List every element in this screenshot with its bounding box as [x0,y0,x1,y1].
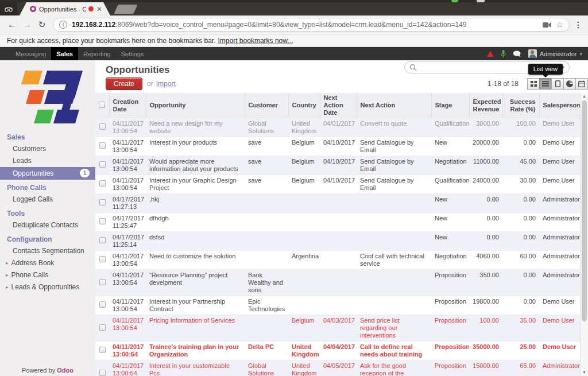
row-checkbox[interactable] [95,251,109,270]
sidebar-item-leads[interactable]: Leads [0,155,95,167]
cell-customer[interactable]: Global Solutions [245,361,288,376]
table-row[interactable]: 04/11/2017 13:00:54Trainee's training pl… [95,342,580,361]
cell-stage[interactable]: Proposition [431,296,469,315]
column-header-creation-date[interactable]: Creation Date [109,93,146,118]
cell-customer[interactable]: Bank Wealthy and sons [245,270,288,296]
cell-next-date[interactable] [320,213,357,232]
cell-country[interactable]: Belgium [288,156,320,175]
cell-stage[interactable]: New [431,194,469,213]
cell-stage[interactable]: New [431,232,469,251]
cell-success[interactable]: 0.00 [502,194,539,213]
table-row[interactable]: 04/11/2017 13:00:54Interest in your Part… [95,296,580,315]
table-row[interactable]: 04/17/2017 11:27:13,hkjNew0.000.00Admini… [95,194,580,213]
cell-date[interactable]: 04/11/2017 13:00:54 [109,270,146,296]
cell-stage[interactable]: Proposition [431,361,469,376]
table-row[interactable]: 04/11/2017 13:00:54“Resource Planning” p… [95,270,580,296]
reload-button[interactable]: ↻ [34,20,49,30]
cell-customer[interactable] [245,315,288,342]
cell-date[interactable]: 04/11/2017 13:00:54 [109,315,146,342]
cell-date[interactable]: 04/11/2017 13:00:54 [109,251,146,270]
cell-salesperson[interactable]: Administrator [539,270,580,296]
cell-customer[interactable] [245,213,288,232]
cell-revenue[interactable]: 0.00 [469,194,502,213]
cell-stage[interactable]: Qualification [431,118,469,137]
cell-next-date[interactable]: 04/03/2017 [320,315,357,342]
cell-next-date[interactable]: 04/10/2017 [320,137,357,156]
cell-next-action[interactable]: Call to define real needs about training [357,342,431,361]
cell-success[interactable]: 45.00 [502,156,539,175]
cell-revenue[interactable]: 100.00 [469,315,502,342]
cell-success[interactable]: 0.00 [502,270,539,296]
cell-opportunity[interactable]: Interest in your products [146,137,245,156]
table-row[interactable]: 04/11/2017 13:00:54Need a new design for… [95,118,580,137]
cell-date[interactable]: 04/17/2017 11:25:14 [109,232,146,251]
cell-date[interactable]: 04/17/2017 11:27:13 [109,194,146,213]
create-button[interactable]: Create [106,77,142,90]
bookmark-star-icon[interactable]: ☆ [556,21,563,29]
nav-item-settings[interactable]: Settings [116,47,149,60]
cell-next-action[interactable] [357,270,431,296]
cell-revenue[interactable]: 24000.00 [469,175,502,194]
cell-country[interactable]: United Kingdom [288,361,320,376]
new-tab-button[interactable] [114,5,137,14]
cell-salesperson[interactable]: Demo User [539,296,580,315]
column-header-country[interactable]: Country [288,93,320,118]
cell-customer[interactable]: save [245,175,288,194]
cell-next-date[interactable] [320,232,357,251]
checkbox-icon[interactable] [99,347,106,353]
row-checkbox[interactable] [95,194,109,213]
row-checkbox[interactable] [95,137,109,156]
cell-next-action[interactable]: Send price list regarding our interventi… [357,315,431,342]
cell-country[interactable]: United Kingdom [288,118,320,137]
cell-country[interactable]: United Kingdom [288,342,320,361]
row-checkbox[interactable] [95,342,109,361]
cell-next-action[interactable]: Send Catalogue by Email [357,137,431,156]
nav-item-messaging[interactable]: Messaging [10,47,51,60]
checkbox-icon[interactable] [99,301,106,308]
nav-item-sales[interactable]: Sales [51,47,78,60]
checkbox-icon[interactable] [99,237,106,243]
cell-next-action[interactable]: Send Catalogue by Email [357,175,431,194]
row-checkbox[interactable] [95,315,109,342]
cell-next-date[interactable]: 04/04/2017 [320,342,357,361]
cell-salesperson[interactable]: Administrator [539,194,580,213]
cell-revenue[interactable]: 35000.00 [469,342,502,361]
cell-success[interactable]: 65.00 [502,361,539,376]
cell-country[interactable]: Belgium [288,175,320,194]
cell-next-action[interactable]: Send Catalogue by Email [357,156,431,175]
column-header-expected-revenue[interactable]: Expected Revenue [469,93,502,118]
cell-country[interactable] [288,213,320,232]
column-header-stage[interactable]: Stage [431,93,469,118]
cell-next-date[interactable]: 04/05/2017 [320,361,357,376]
checkbox-icon[interactable] [99,279,106,285]
cell-opportunity[interactable]: Interest in your Partnership Contract [146,296,245,315]
cell-salesperson[interactable]: Administrator [539,251,580,270]
cell-revenue[interactable]: 19800.00 [469,296,502,315]
cell-salesperson[interactable]: Demo User [539,156,580,175]
cell-opportunity[interactable]: dfhdgh [146,213,245,232]
cell-opportunity[interactable]: Interest in your customizable Pcs [146,361,245,376]
media-camera-icon[interactable] [543,22,551,28]
cell-opportunity[interactable]: “Resource Planning” project develpment [146,270,245,296]
cell-date[interactable]: 04/11/2017 13:00:54 [109,156,146,175]
import-bookmarks-link[interactable]: Import bookmarks now... [218,37,293,45]
cell-date[interactable]: 04/11/2017 13:00:54 [109,296,146,315]
cell-success[interactable]: 60.00 [502,251,539,270]
checkbox-icon[interactable] [99,199,106,206]
cell-success[interactable]: 100.00 [502,118,539,137]
url-text[interactable]: 192.168.2.112:8069/web?db=voice_control_… [72,21,538,29]
scroll-down-arrow-icon[interactable]: ▼ [581,369,588,376]
cell-next-date[interactable] [320,270,357,296]
expand-arrow-icon[interactable]: ▸ [6,260,9,266]
chat-bubble-icon[interactable] [513,51,521,57]
microphone-icon[interactable] [501,50,506,58]
forward-button[interactable]: → [20,19,34,30]
row-checkbox[interactable] [95,175,109,194]
cell-success[interactable]: 0.00 [502,232,539,251]
cell-date[interactable]: 04/17/2017 11:25:47 [109,213,146,232]
cell-stage[interactable]: Qualification [431,175,469,194]
cell-next-date[interactable] [320,194,357,213]
vertical-scrollbar[interactable]: ▲ ▼ [580,93,588,376]
expand-arrow-icon[interactable]: ▸ [6,272,9,278]
row-checkbox[interactable] [95,213,109,232]
